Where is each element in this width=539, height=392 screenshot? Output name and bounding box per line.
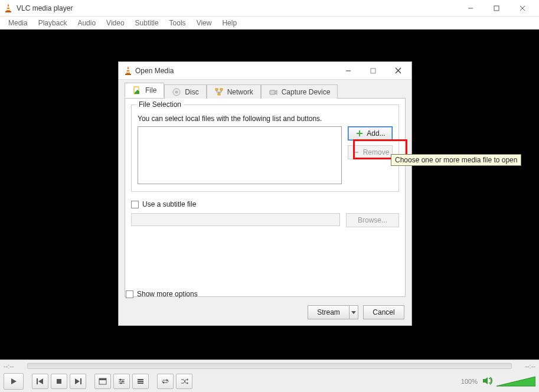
file-selection-help: You can select local files with the foll… bbox=[138, 115, 393, 123]
dialog-maximize-button[interactable] bbox=[361, 63, 386, 79]
window-controls bbox=[458, 0, 535, 17]
svg-marker-8 bbox=[11, 378, 17, 384]
fullscreen-button[interactable] bbox=[94, 374, 111, 389]
dialog-titlebar[interactable]: Open Media bbox=[119, 62, 411, 80]
dialog-title: Open Media bbox=[135, 67, 336, 75]
tab-network[interactable]: Network bbox=[207, 84, 261, 99]
menu-audio[interactable]: Audio bbox=[73, 18, 100, 28]
menu-tools[interactable]: Tools bbox=[165, 18, 191, 28]
svg-rect-36 bbox=[371, 68, 375, 73]
vlc-cone-icon bbox=[4, 4, 13, 13]
remove-button: Remove bbox=[348, 145, 393, 159]
svg-rect-44 bbox=[215, 89, 218, 90]
svg-rect-5 bbox=[494, 6, 499, 11]
menubar: Media Playback Audio Video Subtitle Tool… bbox=[0, 17, 539, 30]
volume-slider[interactable] bbox=[496, 375, 535, 387]
chevron-down-icon bbox=[351, 308, 356, 316]
use-subtitle-label: Use a subtitle file bbox=[142, 200, 196, 208]
tab-capture[interactable]: Capture Device bbox=[261, 84, 338, 99]
extended-settings-button[interactable] bbox=[113, 374, 130, 389]
vlc-cone-icon bbox=[123, 66, 133, 76]
stream-button[interactable]: Stream bbox=[308, 305, 349, 319]
svg-rect-46 bbox=[218, 93, 220, 95]
tab-panel-file: File Selection You can select local file… bbox=[125, 99, 406, 297]
tab-capture-label: Capture Device bbox=[282, 88, 331, 96]
minimize-button[interactable] bbox=[458, 0, 484, 17]
menu-subtitle[interactable]: Subtitle bbox=[130, 18, 164, 28]
close-button[interactable] bbox=[509, 0, 535, 17]
stream-button-label: Stream bbox=[317, 308, 340, 316]
volume-icon[interactable] bbox=[482, 376, 493, 387]
minus-icon bbox=[351, 148, 361, 157]
svg-rect-45 bbox=[220, 89, 223, 90]
dialog-close-button[interactable] bbox=[386, 63, 410, 79]
svg-rect-15 bbox=[99, 378, 106, 380]
menu-video[interactable]: Video bbox=[102, 18, 129, 28]
menu-playback[interactable]: Playback bbox=[34, 18, 72, 28]
menu-help[interactable]: Help bbox=[217, 18, 241, 28]
svg-point-21 bbox=[120, 383, 122, 384]
menu-view[interactable]: View bbox=[192, 18, 217, 28]
tab-disc[interactable]: Disc bbox=[164, 84, 206, 99]
loop-button[interactable] bbox=[157, 374, 174, 389]
capture-icon bbox=[269, 87, 278, 97]
svg-marker-28 bbox=[187, 382, 188, 384]
tabstrip: File Disc Network Capture Device bbox=[125, 83, 406, 99]
tab-disc-label: Disc bbox=[185, 88, 198, 96]
svg-rect-34 bbox=[125, 74, 131, 75]
file-icon bbox=[132, 86, 142, 95]
stop-button[interactable] bbox=[51, 374, 67, 389]
stream-dropdown-button[interactable] bbox=[349, 305, 358, 319]
browse-subtitle-button: Browse... bbox=[346, 213, 399, 227]
seek-slider[interactable] bbox=[27, 363, 512, 369]
disc-icon bbox=[172, 87, 181, 97]
svg-marker-30 bbox=[496, 377, 535, 386]
svg-marker-27 bbox=[187, 378, 188, 381]
svg-rect-9 bbox=[37, 378, 38, 384]
previous-button[interactable] bbox=[32, 374, 48, 389]
network-icon bbox=[214, 87, 224, 97]
menu-media[interactable]: Media bbox=[4, 18, 32, 28]
file-selection-fieldset: File Selection You can select local file… bbox=[131, 104, 399, 192]
file-selection-legend: File Selection bbox=[136, 100, 184, 109]
svg-marker-12 bbox=[75, 378, 80, 384]
remove-button-label: Remove bbox=[363, 148, 390, 156]
cancel-button[interactable]: Cancel bbox=[363, 305, 404, 319]
dialog-buttons: Stream Cancel bbox=[308, 305, 404, 319]
file-list[interactable] bbox=[138, 126, 342, 184]
svg-point-19 bbox=[122, 381, 124, 383]
show-more-label: Show more options bbox=[137, 290, 198, 298]
time-remaining: --:-- bbox=[515, 362, 535, 370]
cancel-button-label: Cancel bbox=[373, 308, 394, 316]
tab-file-label: File bbox=[145, 86, 156, 94]
app-title: VLC media player bbox=[17, 4, 458, 12]
show-more-checkbox[interactable] bbox=[126, 290, 133, 298]
shuffle-button[interactable] bbox=[176, 374, 192, 389]
svg-rect-11 bbox=[57, 379, 61, 384]
plus-icon bbox=[355, 129, 364, 138]
svg-marker-52 bbox=[351, 311, 356, 314]
svg-rect-1 bbox=[7, 6, 9, 8]
svg-rect-33 bbox=[127, 71, 130, 73]
open-media-dialog: Open Media File Disc Networ bbox=[118, 61, 412, 326]
time-elapsed: --:-- bbox=[4, 362, 24, 370]
maximize-button[interactable] bbox=[484, 0, 509, 17]
tab-network-label: Network bbox=[227, 88, 253, 96]
next-button[interactable] bbox=[70, 374, 86, 389]
add-button[interactable]: Add... bbox=[348, 126, 393, 141]
playlist-button[interactable] bbox=[132, 374, 149, 389]
play-button[interactable] bbox=[4, 373, 24, 390]
svg-marker-29 bbox=[483, 377, 488, 384]
main-titlebar: VLC media player bbox=[0, 0, 539, 17]
tab-file[interactable]: File bbox=[125, 83, 164, 98]
svg-rect-3 bbox=[5, 11, 11, 12]
svg-rect-47 bbox=[270, 90, 275, 94]
bottom-bar: --:-- --:-- bbox=[0, 360, 539, 392]
svg-rect-2 bbox=[7, 9, 10, 10]
svg-point-43 bbox=[176, 91, 178, 93]
use-subtitle-checkbox[interactable] bbox=[131, 201, 139, 208]
subtitle-path-input bbox=[131, 213, 340, 226]
dialog-minimize-button[interactable] bbox=[336, 63, 361, 79]
svg-rect-13 bbox=[80, 378, 81, 384]
volume-percent: 100% bbox=[461, 378, 478, 385]
